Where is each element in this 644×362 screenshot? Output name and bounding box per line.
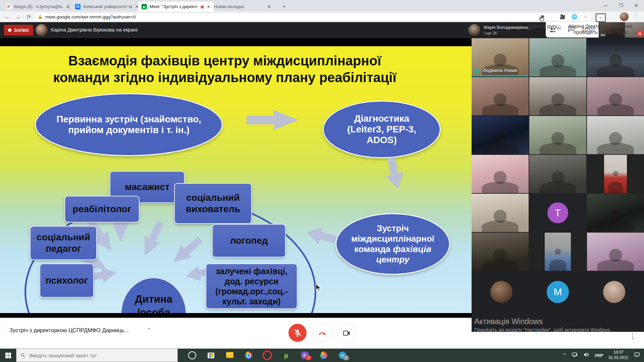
participant-video[interactable]	[529, 38, 586, 76]
arrow-down-icon	[382, 156, 407, 191]
person-silhouette	[597, 210, 634, 232]
raise-hand-label: Підняти руку	[528, 23, 557, 29]
participant-photo-avatar[interactable]	[490, 281, 513, 303]
new-tab-button[interactable]: +	[280, 3, 288, 10]
network-icon[interactable]	[572, 352, 578, 359]
window-minimize-button[interactable]: —	[598, 0, 613, 11]
participant-video[interactable]	[587, 38, 644, 76]
chevron-up-icon[interactable]: ⌃	[147, 327, 151, 333]
camera-button[interactable]	[337, 324, 356, 343]
muted-mic-icon	[637, 30, 643, 37]
pinned-participant-more: і ще 16	[484, 31, 497, 36]
participant-video[interactable]	[529, 77, 586, 115]
participant-video[interactable]	[587, 155, 644, 193]
close-icon[interactable]: ✕	[207, 4, 211, 9]
taskbar-search[interactable]	[16, 349, 178, 362]
telegram-icon[interactable]: ➤ 6	[333, 349, 352, 362]
chrome-profile-icon[interactable]	[314, 349, 333, 362]
viber-icon[interactable]: ✆ 3	[296, 349, 314, 362]
participant-video[interactable]	[529, 116, 586, 154]
participant-video[interactable]	[529, 155, 586, 193]
person-silhouette	[540, 132, 576, 154]
node-primary-meeting-label: Первинна зустріч (знайомство, прийом док…	[56, 114, 202, 135]
close-icon[interactable]: ✕	[267, 4, 271, 9]
participant-video[interactable]	[587, 194, 644, 232]
meeting-name[interactable]: Зустріч з директоркою ЦСПРДМФО Дарниць..…	[9, 327, 129, 334]
cortana-icon[interactable]	[183, 349, 202, 362]
participant-video[interactable]	[587, 233, 644, 271]
presenting-status: ↑ Каріна Дмитрівна Бірюкова проводить пр…	[569, 13, 633, 35]
tab-newtab[interactable]: Новая вкладка ✕	[211, 2, 274, 11]
raise-hand-button[interactable]: Підняти руку	[521, 15, 564, 29]
box-rehab-label: реабілітолог	[73, 203, 131, 215]
person-silhouette	[540, 93, 576, 115]
windows-logo-icon	[5, 353, 11, 358]
box-masseur-label: масажист	[125, 181, 170, 193]
participant-avatar-tile[interactable]: T	[529, 194, 586, 232]
box-involved: залучені фахівці, дод. ресурси (громад.о…	[206, 263, 298, 309]
tray-chevron-icon[interactable]: ⌃	[562, 352, 567, 358]
leave-call-button[interactable]	[313, 324, 332, 343]
recording-dot-icon	[8, 28, 11, 32]
presenting-line2: проводить презентацію	[574, 29, 628, 35]
reload-icon[interactable]: ⟳	[25, 13, 33, 21]
search-icon	[20, 353, 25, 358]
address-bar[interactable]: 🔒 meet.google.com/wvr-mrmh-ggg?authuser=…	[34, 12, 592, 21]
action-center-icon[interactable]	[634, 352, 640, 359]
box-social-pedagogue-label: соціальний педагог	[29, 232, 98, 254]
person-silhouette	[597, 54, 634, 76]
participant-video[interactable]	[472, 233, 529, 271]
start-button[interactable]	[0, 349, 16, 362]
meet-icon: ▶	[142, 4, 147, 9]
raised-hand-icon	[539, 15, 546, 22]
tray-date: 31.03.2021	[608, 355, 629, 360]
participant-video[interactable]	[472, 194, 529, 232]
person-silhouette	[540, 54, 576, 76]
arrow-left-icon	[304, 224, 338, 248]
language-indicator[interactable]: УКР	[595, 353, 603, 358]
window-maximize-button[interactable]: ❐	[613, 0, 629, 11]
participant-video[interactable]	[529, 233, 586, 271]
back-icon[interactable]: ←	[3, 13, 11, 21]
search-input[interactable]	[29, 352, 173, 359]
forward-icon[interactable]: →	[14, 13, 22, 21]
box-speech-label: логопед	[230, 235, 268, 246]
slide-title-line2: команди згідно індивідуальному плану реа…	[0, 69, 449, 86]
tray-clock[interactable]: 10:07 31.03.2021	[608, 350, 629, 360]
person-silhouette	[482, 210, 519, 232]
participant-video[interactable]	[587, 116, 644, 154]
participant-video[interactable]	[472, 116, 529, 154]
box-social-pedagogue: соціальний педагог	[30, 226, 97, 260]
center-line1: Дитина	[135, 293, 172, 306]
window-close-button[interactable]: ✕	[629, 0, 644, 11]
present-screen-icon: ↑	[596, 13, 606, 22]
participant-video[interactable]	[472, 77, 529, 115]
more-options-icon[interactable]: ⋮	[629, 332, 636, 340]
tab-gmail[interactable]: M Вхідні (6) - k.tychyna@kubg.edu ✕	[3, 2, 73, 11]
nameplate: Людмила Новик	[474, 68, 517, 73]
participant-video[interactable]	[587, 77, 644, 115]
browser-menu-icon[interactable]: ⋮	[633, 13, 639, 15]
file-explorer-icon[interactable]	[220, 349, 239, 362]
center-line2: /особа	[137, 306, 170, 313]
tab-calendar[interactable]: 31 Київський університет імені Бор ✕	[72, 2, 142, 11]
chrome-icon[interactable]	[239, 349, 258, 362]
participant-video[interactable]: Людмила Новик	[472, 38, 529, 76]
mic-mute-button[interactable]	[288, 324, 307, 342]
person-silhouette	[482, 132, 519, 154]
box-speech: логопед	[212, 224, 286, 257]
opera-icon[interactable]	[258, 349, 277, 362]
participant-letter-avatar[interactable]: M	[547, 281, 569, 303]
tab-meet-active[interactable]: ▶ Meet: "Зустріч з директорко ◉ ✕	[138, 2, 214, 11]
browser-tab-strip: M Вхідні (6) - k.tychyna@kubg.edu ✕ 31 К…	[0, 0, 644, 11]
presenter-banner: Каріна Дмитрівна Бірюкова на екрані	[51, 27, 138, 33]
videocam-icon	[342, 329, 351, 338]
volume-icon[interactable]	[583, 352, 589, 359]
store-icon[interactable]	[202, 349, 220, 362]
tab-divider	[69, 3, 69, 9]
person-silhouette	[540, 171, 576, 193]
participant-photo-avatar[interactable]	[603, 281, 625, 303]
participant-video[interactable]	[472, 155, 529, 193]
utorrent-icon[interactable]: µ	[277, 349, 296, 362]
pinned-participant-avatar[interactable]	[468, 24, 480, 36]
